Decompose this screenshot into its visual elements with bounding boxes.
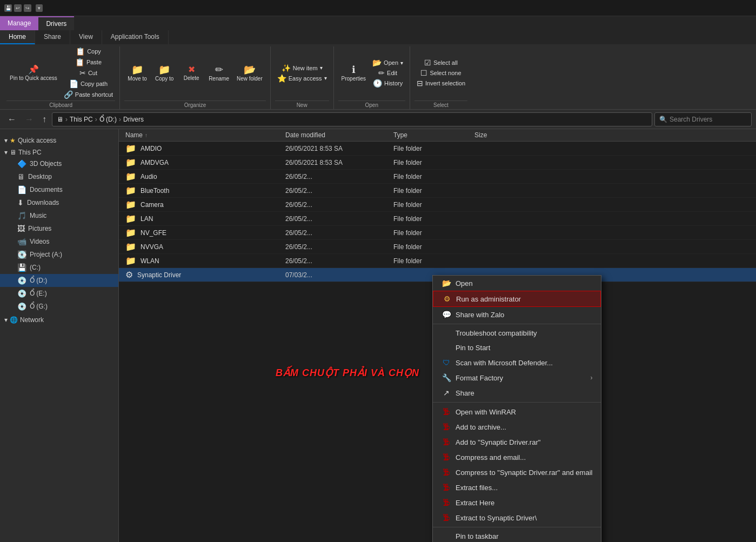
- table-row[interactable]: 📁 WLAN 26/05/2... File folder: [119, 254, 756, 268]
- file-name: LAN: [141, 215, 153, 223]
- ctx-extract-here-icon: 🗜: [441, 498, 451, 507]
- tab-home[interactable]: Home: [0, 30, 35, 44]
- sidebar-item-videos[interactable]: 📹 Videos: [0, 235, 118, 248]
- sidebar-network[interactable]: ▾ 🌐 Network: [0, 313, 118, 325]
- table-row[interactable]: 📁 NV_GFE 26/05/2... File folder: [119, 226, 756, 240]
- copy-button[interactable]: 📋 Copy: [62, 46, 115, 56]
- tab-apptools[interactable]: Application Tools: [102, 30, 169, 44]
- ctx-add-archive[interactable]: 🗜 Add to archive...: [433, 419, 601, 434]
- table-row[interactable]: 📁 LAN 26/05/2... File folder: [119, 212, 756, 226]
- new-item-button[interactable]: ✨ New item ▾: [275, 63, 329, 73]
- ctx-open-winrar[interactable]: 🗜 Open with WinRAR: [433, 404, 601, 419]
- quick-access-label: Quick access: [18, 137, 56, 144]
- sidebar-item-pictures[interactable]: 🖼 Pictures: [0, 222, 118, 235]
- ctx-extract-files[interactable]: 🗜 Extract files...: [433, 480, 601, 495]
- file-date: 26/05/2...: [281, 187, 389, 195]
- cut-button[interactable]: ✂ Cut: [62, 68, 115, 78]
- file-rows-container: 📁 AMDIO 26/05/2021 8:53 SA File folder 📁…: [119, 142, 756, 282]
- ctx-open[interactable]: 📂 Open: [433, 276, 601, 291]
- sidebar-item-downloads[interactable]: ⬇ Downloads: [0, 196, 118, 209]
- ctx-extract-here[interactable]: 🗜 Extract Here: [433, 495, 601, 510]
- sidebar-item-documents[interactable]: 📄 Documents: [0, 183, 118, 196]
- up-button[interactable]: ↑: [39, 112, 50, 126]
- col-header-name[interactable]: Name ↑: [119, 131, 281, 139]
- file-type: File folder: [389, 159, 470, 166]
- edit-button[interactable]: ✏ Edit: [370, 68, 405, 78]
- file-date: 26/05/2...: [281, 215, 389, 223]
- table-row[interactable]: 📁 AMDIO 26/05/2021 8:53 SA File folder: [119, 142, 756, 156]
- ctx-run-admin[interactable]: ⚙ Run as administrator: [433, 291, 601, 307]
- ctx-share[interactable]: ↗ Share: [433, 385, 601, 400]
- tab-drivers[interactable]: Drivers: [38, 16, 74, 30]
- undo-icon[interactable]: ↩: [14, 4, 22, 12]
- new-folder-button[interactable]: 📂 New folder: [233, 63, 266, 84]
- paste-shortcut-button[interactable]: 🔗 Paste shortcut: [62, 90, 115, 99]
- videos-label: Videos: [30, 238, 49, 245]
- sidebar-item-c-drive[interactable]: 💾 (C:): [0, 261, 118, 274]
- table-row[interactable]: 📁 BlueTooth 26/05/2... File folder: [119, 184, 756, 198]
- col-header-size[interactable]: Size: [470, 131, 524, 139]
- history-button[interactable]: 🕐 History: [370, 78, 405, 88]
- open-button[interactable]: 📂 Open ▾: [370, 58, 405, 68]
- ctx-format-factory[interactable]: 🔧 Format Factory ›: [433, 370, 601, 385]
- save-icon[interactable]: 💾: [4, 4, 12, 12]
- select-none-button[interactable]: ☐ Select none: [414, 68, 467, 78]
- cube-icon: 🔷: [17, 159, 26, 168]
- open-label: Open: [384, 59, 398, 66]
- select-all-button[interactable]: ☑ Select all: [414, 58, 467, 68]
- redo-icon[interactable]: ↪: [24, 4, 31, 12]
- search-bar[interactable]: 🔍 Search Drivers: [654, 112, 752, 126]
- file-type: File folder: [389, 145, 470, 152]
- tab-view[interactable]: View: [70, 30, 102, 44]
- titlebar-dropdown[interactable]: ▾: [36, 4, 43, 12]
- file-name: BlueTooth: [141, 187, 169, 195]
- delete-button[interactable]: ✖ Delete: [178, 63, 204, 83]
- ctx-add-rar[interactable]: 🗜 Add to "Synaptic Driver.rar": [433, 434, 601, 450]
- ctx-pin-start[interactable]: Pin to Start: [433, 340, 601, 355]
- forward-button[interactable]: →: [22, 112, 37, 126]
- table-row[interactable]: 📁 NVVGA 26/05/2... File folder: [119, 240, 756, 254]
- sidebar-item-music[interactable]: 🎵 Music: [0, 209, 118, 222]
- pin-to-quick-access-button[interactable]: 📌 Pin to Quick access: [6, 63, 61, 83]
- copy-to-button[interactable]: 📁 Copy to: [151, 63, 177, 84]
- back-button[interactable]: ←: [4, 112, 19, 126]
- rename-button[interactable]: ✏ Rename: [205, 63, 232, 84]
- invert-selection-button[interactable]: ⊟ Invert selection: [414, 78, 467, 88]
- paste-button[interactable]: 📋 Paste: [62, 57, 115, 67]
- table-row[interactable]: 📁 Audio 26/05/2... File folder: [119, 170, 756, 184]
- table-row[interactable]: 📁 AMDVGA 26/05/2021 8:53 SA File folder: [119, 156, 756, 170]
- address-d-drive[interactable]: Ổ (D:): [99, 116, 117, 123]
- ribbon: 📌 Pin to Quick access 📋 Copy 📋 Paste ✂ C…: [0, 44, 756, 110]
- ctx-share-zalo[interactable]: 💬 Share with Zalo: [433, 307, 601, 322]
- sidebar-quick-access[interactable]: ▾ ★ Quick access: [0, 133, 118, 145]
- ctx-pin-taskbar[interactable]: Pin to taskbar: [433, 529, 601, 542]
- col-header-date[interactable]: Date modified: [281, 131, 389, 139]
- sidebar-item-3dobjects[interactable]: 🔷 3D Objects: [0, 157, 118, 170]
- sidebar-item-g-drive[interactable]: 💿 Ổ (G:): [0, 300, 118, 313]
- properties-button[interactable]: ℹ Properties: [338, 63, 370, 84]
- ctx-extract-to[interactable]: 🗜 Extract to Synaptic Driver\: [433, 510, 601, 525]
- file-type: File folder: [389, 215, 470, 223]
- ctx-compress-rar-email[interactable]: 🗜 Compress to "Synaptic Driver.rar" and …: [433, 465, 601, 480]
- sidebar-item-e-drive[interactable]: 💿 Ổ (E:): [0, 287, 118, 300]
- address-bar[interactable]: 🖥 › This PC › Ổ (D:) › Drivers: [52, 112, 652, 126]
- delete-label: Delete: [184, 75, 199, 81]
- sidebar-item-project[interactable]: 💽 Project (A:): [0, 248, 118, 261]
- sidebar-this-pc[interactable]: ▾ 🖥 This PC: [0, 145, 118, 157]
- copy-path-button[interactable]: 📄 Copy path: [62, 79, 115, 89]
- address-drivers[interactable]: Drivers: [123, 116, 144, 123]
- ctx-compress-email-label: Compress and email...: [456, 453, 526, 461]
- tab-share[interactable]: Share: [35, 30, 70, 44]
- ctx-troubleshoot[interactable]: Troubleshoot compatibility: [433, 326, 601, 340]
- sidebar-item-d-drive[interactable]: 💿 Ổ (D:): [0, 274, 118, 287]
- sidebar-item-desktop[interactable]: 🖥 Desktop: [0, 170, 118, 183]
- easy-access-button[interactable]: ⭐ Easy access ▾: [275, 73, 329, 83]
- ctx-compress-email[interactable]: 🗜 Compress and email...: [433, 450, 601, 465]
- ctx-extract-here-label: Extract Here: [456, 499, 494, 507]
- move-to-button[interactable]: 📁 Move to: [124, 63, 150, 84]
- tab-manage[interactable]: Manage: [0, 16, 38, 30]
- address-this-pc[interactable]: This PC: [70, 116, 93, 123]
- ctx-scan-defender[interactable]: 🛡 Scan with Microsoft Defender...: [433, 355, 601, 370]
- table-row[interactable]: 📁 Camera 26/05/2... File folder: [119, 198, 756, 212]
- col-header-type[interactable]: Type: [389, 131, 470, 139]
